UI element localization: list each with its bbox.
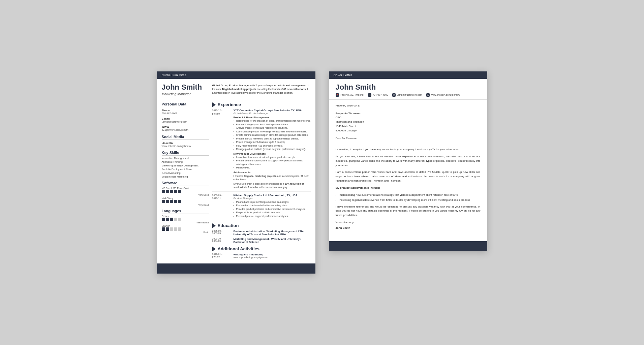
exp-bullet-1-4: Communicate product knowledge to custome… (234, 130, 311, 134)
documents-container: Curriculum Vitae John Smith Marketing Ma… (157, 71, 487, 274)
mc-dot-5 (178, 200, 181, 203)
cl-achievements: Implementing new customer relations stra… (336, 193, 481, 202)
exp-position-2: Product Manager (234, 197, 311, 200)
cl-phone-text: 774-987-4009 (372, 93, 388, 96)
cl-achievement-2: Increasing regional sales revenue from $… (336, 198, 481, 202)
phone-label: Phone (162, 109, 209, 112)
exp-bullet-2-4: Responsible for product portfolio foreca… (234, 211, 311, 215)
exp-bullet-1-9: Manage product portfolio (product segmen… (234, 148, 311, 151)
cl-signature: John Smith (336, 226, 481, 230)
key-skills-title: Key Skills (162, 151, 209, 156)
edu-content-1: Business Administration / Marketing Mana… (234, 230, 311, 236)
act-content-1: Writing and Influencing www.mymarketingc… (234, 253, 311, 258)
exp-bullet-1-8: Fully responsible for P&L of product por… (234, 144, 311, 148)
skill-6: Social Media Marketing (162, 175, 209, 178)
exp-bullet-1-2: Prepare Category and Portfolio Deploymen… (234, 123, 311, 127)
exp-achievements-title: Achievements: (234, 171, 311, 174)
cl-paragraph-3: I am a conscientious person who works ha… (336, 170, 481, 183)
french-bar (162, 218, 209, 221)
french-label: French (162, 215, 209, 217)
sp-dot-3 (170, 227, 173, 231)
fr-dot-3 (170, 218, 173, 221)
cl-recipient: Benjamin Thomson CEO Thomson and Thomson… (336, 112, 481, 133)
exp-bullet-npd-1: Innovation development - develop new pro… (234, 156, 311, 159)
exp-bullet-1-1: Responsible for the creation of global b… (234, 119, 311, 123)
cv-footer (157, 263, 315, 274)
exp-achievement-1: I finalized 10 global marketing projects… (234, 175, 311, 182)
cl-header-label: Cover Letter (334, 73, 352, 77)
cl-recipient-address2: IL 60605 Chicago (336, 129, 357, 132)
cv-sidebar: Personal Data Phone 774-987-4009 E-mail … (162, 99, 209, 260)
email-icon: ✉ (392, 93, 396, 97)
exp-bullet-1-5: Create communication support plans for s… (234, 133, 311, 137)
edu-entry-1: 2005-09 -2007-05 Business Administration… (212, 230, 311, 236)
cl-email-text: j.smith@uptowork.com (397, 93, 422, 96)
software-title: Software (162, 181, 209, 186)
skill-5: E-mail Marketing (162, 171, 209, 175)
cv-header-bar: Curriculum Vitae (157, 71, 315, 79)
exp-content-1: XYZ Cosmetics Capital Group / San Antoni… (234, 109, 311, 189)
sp-dot-2 (166, 227, 169, 231)
ms-dot-2 (166, 190, 169, 193)
cl-recipient-address1: 1140 Main Street (336, 125, 356, 128)
cv-header-label: Curriculum Vitae (162, 73, 187, 77)
exp-entry-1: 2010-12 -present XYZ Cosmetics Capital G… (212, 109, 311, 192)
exp-subsection-npd: New Product Development: (234, 152, 311, 155)
ms-label: MS Excel, MS PowerPoint (162, 187, 209, 189)
experience-arrow-icon (212, 102, 216, 107)
fr-dot-1 (162, 218, 165, 221)
activities-title: Additional Activities (218, 246, 259, 251)
edu-content-2: Marketing and Management / West Miami Un… (234, 238, 311, 244)
cv-body: Personal Data Phone 774-987-4009 E-mail … (157, 96, 315, 260)
sp-dot-1 (162, 227, 165, 231)
exp-company-2: Kitchen Supply Center Ltd / San Antonio,… (234, 194, 311, 197)
fr-dot-5 (178, 218, 181, 221)
ms-dot-4 (174, 190, 177, 193)
cl-achievements-header: My greatest achievements include: (336, 186, 481, 190)
ms-bar (162, 190, 209, 193)
exp-bullet-2-5: Prepared product segment performance ana… (234, 215, 311, 218)
ms-dot-1 (162, 190, 165, 193)
act-entry-1: 2012-01 -present Writing and Influencing… (212, 253, 311, 258)
ms-rating: Very Good (162, 194, 209, 196)
exp-subsection-brand: Product & Brand Management: (234, 116, 311, 119)
linkedin-icon: in (426, 93, 430, 97)
edu-dates-2: 2000-10 -2004-05 (212, 238, 231, 244)
cv-summary-col: Global Group Product Manager with 7 year… (212, 83, 311, 96)
cv-main-content: Experience 2010-12 -present XYZ Cosmetic… (212, 99, 311, 260)
cl-contact-linkedin: in www.linkedin.com/johnutw (426, 93, 460, 97)
exp-bullet-2-3: Provided product portfolios and competit… (234, 208, 311, 211)
cl-linkedin-text: www.linkedin.com/johnutw (431, 93, 460, 96)
mc-rating: Very Good (162, 204, 209, 206)
sp-dot-5 (178, 227, 181, 231)
cl-salutation: Dear Mr Thomson (336, 136, 481, 141)
act-detail-1: www.mymarketingcampaigns.me (234, 256, 311, 258)
phone-icon: 📞 (368, 93, 371, 97)
spanish-rating: Basic (162, 231, 209, 233)
cl-paragraph-2: As you can see, I have had extensive vac… (336, 155, 481, 167)
personal-data-title: Personal Data (162, 102, 209, 107)
cl-recipient-company: Thomson and Thomson (336, 120, 364, 123)
email-label: E-mail (162, 117, 209, 120)
exp-entry-2: 2007-09 -2010-11 Kitchen Supply Center L… (212, 194, 311, 221)
exp-bullet-npd-2: Prepare communication plans to support n… (234, 159, 311, 166)
cv-name: John Smith (162, 83, 209, 92)
cl-location-text: Phoenix, AZ, Phoenix (340, 93, 364, 96)
cl-recipient-name: Benjamin Thomson (336, 112, 361, 115)
exp-bullet-1-7: Project management (teams of up to 5 peo… (234, 140, 311, 144)
lang-french: French Intermediate (162, 215, 209, 224)
cv-job-title: Marketing Manager (162, 92, 209, 96)
ms-dot-5 (178, 190, 181, 193)
mc-dot-2 (166, 200, 169, 203)
skill-2: Analytical Thinking (162, 160, 209, 163)
cv-name-section: John Smith Marketing Manager Global Grou… (157, 79, 315, 96)
ms-dot-3 (170, 190, 173, 193)
mc-label: Mail Chimp (162, 197, 209, 199)
cv-document: Curriculum Vitae John Smith Marketing Ma… (157, 71, 315, 274)
cl-document: Cover Letter John Smith 📍 Phoenix, AZ, P… (329, 71, 487, 251)
cl-paragraph-4: I have excellent references and would be… (336, 205, 481, 218)
education-arrow-icon (212, 223, 216, 228)
mc-bar (162, 200, 209, 203)
exp-position-1: Global Group Product Manager (234, 112, 311, 115)
cl-closing: Yours sincerely (336, 220, 481, 225)
